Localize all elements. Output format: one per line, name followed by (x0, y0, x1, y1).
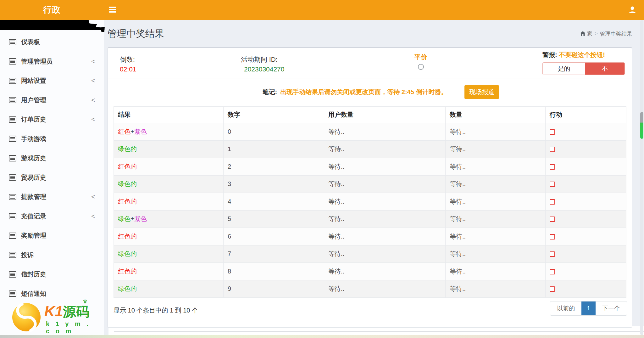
sidebar-item-complaints[interactable]: 投诉 (0, 245, 104, 265)
col-users: 用户数量 (324, 107, 446, 123)
sidebar-item-envelope-history[interactable]: 信封历史 (0, 265, 104, 284)
chevron-left-icon: < (91, 213, 95, 220)
select-checkbox[interactable] (550, 129, 555, 135)
result-text: 紫色 (134, 215, 147, 222)
select-checkbox[interactable] (550, 251, 555, 257)
number-cell: 4 (224, 193, 324, 211)
menu-toggle-icon[interactable] (109, 7, 117, 13)
table-info-text: 显示 10 个条目中的 1 到 10 个 (114, 306, 198, 315)
app-title: 行政 (43, 0, 61, 20)
period-block: 活动期间 ID: 20230304270 (241, 55, 284, 73)
scrollbar-thumb[interactable] (640, 112, 643, 139)
home-icon (580, 31, 586, 36)
users-cell: 等待.. (324, 175, 446, 193)
no-button[interactable]: 不 (585, 63, 625, 75)
parity-radio[interactable] (418, 64, 424, 70)
number-cell: 3 (224, 175, 324, 193)
select-checkbox[interactable] (550, 199, 555, 205)
select-checkbox[interactable] (550, 234, 555, 239)
amount-cell: 等待.. (446, 245, 546, 263)
sidebar-item-dashboard[interactable]: 仪表板 (0, 32, 104, 52)
select-checkbox[interactable] (550, 269, 555, 274)
table-row: 绿色的 9 等待.. 等待.. (114, 280, 626, 298)
sidebar-item-label: 游戏历史 (21, 154, 46, 162)
note-message: 出现手动结果后请勿关闭或更改页面，等待 2:45 倒计时器。 (280, 88, 447, 96)
footer-divider (114, 331, 644, 332)
parity-block: 平价 (408, 53, 433, 70)
sidebar-item-recharge-records[interactable]: 充值记录 < (0, 207, 104, 226)
sidebar-item-site-settings[interactable]: 网站设置 < (0, 71, 104, 91)
sidebar-item-admins[interactable]: 管理管理员 < (0, 52, 104, 71)
yes-button[interactable]: 是的 (543, 63, 585, 75)
breadcrumb: 家 > 管理中奖结果 (580, 30, 632, 37)
sidebar-banner-fragment (101, 27, 105, 32)
result-joiner: + (130, 128, 134, 135)
sidebar-item-label: 用户管理 (21, 96, 46, 104)
countdown-label: 倒数: (120, 55, 136, 64)
sidebar-item-user-management[interactable]: 用户管理 < (0, 91, 104, 110)
select-checkbox[interactable] (550, 217, 555, 222)
number-cell: 2 (224, 158, 324, 176)
sidebar-item-order-history[interactable]: 订单历史 < (0, 110, 104, 129)
users-cell: 等待.. (324, 123, 446, 141)
result-joiner: + (130, 215, 134, 222)
sidebar-item-game-history[interactable]: 游戏历史 (0, 149, 104, 168)
sidebar-item-label: 订单历史 (21, 115, 46, 124)
sidebar-item-label: 信封历史 (21, 270, 46, 279)
select-checkbox[interactable] (550, 147, 555, 152)
list-icon (9, 271, 16, 278)
logo-swirl-icon (11, 302, 42, 332)
amount-cell: 等待.. (446, 263, 546, 280)
number-cell: 1 (224, 140, 324, 158)
select-checkbox[interactable] (550, 286, 555, 292)
live-report-button[interactable]: 现场报道 (464, 85, 499, 99)
current-page-button[interactable]: 1 (581, 301, 596, 315)
sidebar-banner (0, 20, 105, 30)
select-checkbox[interactable] (550, 164, 555, 170)
sidebar-item-manual-games[interactable]: 手动游戏 (0, 129, 104, 149)
window-edge-strip (0, 335, 644, 338)
scrollbar-track[interactable] (640, 20, 643, 335)
users-cell: 等待.. (324, 245, 446, 263)
sidebar-item-reward-management[interactable]: 奖励管理 (0, 226, 104, 245)
users-cell: 等待.. (324, 228, 446, 245)
number-cell: 5 (224, 210, 324, 228)
sidebar-item-label: 奖励管理 (21, 231, 46, 240)
amount-cell: 等待.. (446, 280, 546, 298)
amount-cell: 等待.. (446, 175, 546, 193)
sidebar: 仪表板 管理管理员 < 网站设置 < 用户管理 < 订单历史 < 手动游戏 (0, 20, 104, 335)
alert-label: 警报: (542, 51, 557, 58)
users-cell: 等待.. (324, 140, 446, 158)
user-icon[interactable] (628, 5, 637, 14)
countdown-value: 02:01 (120, 65, 136, 73)
chevron-left-icon: < (91, 193, 95, 200)
result-text: 红色的 (118, 198, 137, 205)
results-table: 结果 数字 用户数量 数量 行动 红色+紫色 0 等待.. 等待.. 绿色的 1… (114, 106, 626, 298)
result-text: 绿色的 (118, 285, 137, 292)
sidebar-menu: 仪表板 管理管理员 < 网站设置 < 用户管理 < 订单历史 < 手动游戏 (0, 32, 104, 303)
sidebar-item-trade-history[interactable]: 贸易历史 (0, 168, 104, 188)
previous-page-button[interactable]: 以前的 (550, 301, 581, 315)
sidebar-item-label: 网站设置 (21, 76, 46, 85)
breadcrumb-current: 管理中奖结果 (600, 30, 632, 37)
sidebar-item-label: 充值记录 (21, 212, 46, 221)
next-page-button[interactable]: 下一个 (596, 301, 627, 315)
list-icon (9, 58, 16, 65)
amount-cell: 等待.. (446, 123, 546, 141)
logo-k1: K1 (44, 303, 63, 319)
table-row: 绿色的 3 等待.. 等待.. (114, 175, 626, 193)
users-cell: 等待.. (324, 263, 446, 280)
sidebar-item-sms-notification[interactable]: 短信通知 (0, 284, 104, 304)
chevron-left-icon: < (91, 97, 95, 104)
note-row: 笔记: 出现手动结果后请勿关闭或更改页面，等待 2:45 倒计时器。 现场报道 (108, 78, 632, 105)
users-cell: 等待.. (324, 280, 446, 298)
users-cell: 等待.. (324, 158, 446, 176)
table-row: 红色的 6 等待.. 等待.. (114, 228, 626, 245)
list-icon (9, 116, 16, 123)
select-checkbox[interactable] (550, 182, 555, 187)
breadcrumb-home-link[interactable]: 家 (580, 30, 592, 37)
sidebar-item-label: 提款管理 (21, 193, 46, 201)
amount-cell: 等待.. (446, 228, 546, 245)
crown-icon: ♛ (83, 298, 87, 305)
sidebar-item-withdrawal-management[interactable]: 提款管理 < (0, 187, 104, 207)
